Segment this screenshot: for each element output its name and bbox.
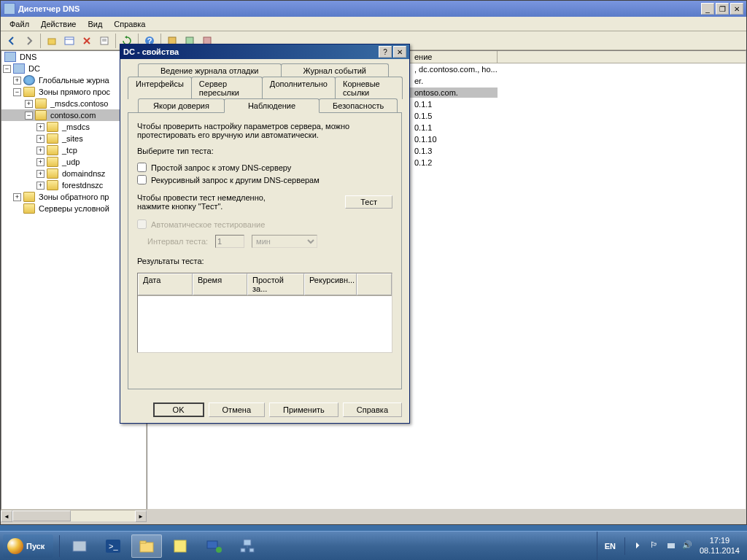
- expand-icon[interactable]: +: [13, 77, 21, 85]
- tree-scrollbar[interactable]: ◄ ►: [1, 510, 147, 521]
- menu-action[interactable]: Действие: [35, 18, 82, 30]
- tab-interfaces[interactable]: Интерфейсы: [128, 77, 192, 99]
- forward-button[interactable]: [21, 33, 37, 49]
- svg-text:>_: >_: [109, 542, 118, 551]
- description-text: Чтобы проверить настройку параметров сер…: [137, 122, 392, 139]
- expand-icon[interactable]: +: [36, 170, 44, 178]
- svg-rect-21: [241, 548, 245, 552]
- tab-root-hints[interactable]: Корневые ссылки: [335, 77, 403, 99]
- expand-icon[interactable]: +: [13, 193, 21, 201]
- time-text: 17:19: [700, 536, 740, 545]
- recursive-query-label: Рекурсивный запрос к другим DNS-серверам: [151, 176, 320, 184]
- tab-advanced[interactable]: Дополнительно: [262, 77, 336, 99]
- titlebar[interactable]: Диспетчер DNS _ ❐ ✕: [1, 1, 746, 17]
- task-explorer[interactable]: [131, 534, 162, 558]
- ok-button[interactable]: OK: [153, 402, 204, 417]
- dialog-close-button[interactable]: ✕: [393, 46, 406, 58]
- tab-monitoring[interactable]: Наблюдение: [224, 98, 320, 113]
- task-dns-manager[interactable]: [232, 534, 263, 558]
- scroll-thumb[interactable]: [12, 510, 71, 521]
- folder-icon: [47, 122, 58, 132]
- tray-network-icon[interactable]: [666, 540, 678, 552]
- task-network[interactable]: [198, 534, 229, 558]
- choose-test-label: Выберите тип теста:: [137, 147, 392, 155]
- tab-content: Чтобы проверить настройку параметров сер…: [128, 112, 402, 389]
- tray-flag-icon[interactable]: 🏳: [650, 540, 662, 552]
- folder-icon: [23, 192, 35, 202]
- minimize-button[interactable]: _: [701, 3, 714, 15]
- svg-rect-23: [667, 543, 675, 548]
- dialog-title: DC - свойства: [123, 47, 379, 56]
- delete-button[interactable]: [79, 33, 95, 49]
- expand-icon[interactable]: +: [36, 182, 44, 190]
- tab-trust-anchors[interactable]: Якори доверия: [138, 98, 225, 112]
- col-blank[interactable]: [357, 273, 392, 295]
- dns-icon: [4, 52, 16, 62]
- expand-icon[interactable]: +: [25, 100, 33, 108]
- properties-button[interactable]: [96, 33, 112, 49]
- svg-rect-19: [244, 540, 251, 545]
- svg-rect-16: [174, 540, 186, 552]
- tray-expand-icon[interactable]: ⏵: [634, 540, 646, 552]
- collapse-icon[interactable]: −: [25, 112, 33, 120]
- svg-rect-1: [65, 37, 74, 44]
- collapse-icon[interactable]: −: [3, 65, 11, 73]
- list-icon[interactable]: [61, 33, 77, 49]
- folder-icon: [47, 145, 58, 155]
- restore-button[interactable]: ❐: [716, 3, 729, 15]
- col-desc[interactable]: ение: [410, 51, 498, 63]
- close-button[interactable]: ✕: [730, 3, 743, 15]
- apply-button[interactable]: Применить: [269, 402, 338, 417]
- auto-test-label: Автоматическое тестирование: [151, 220, 265, 229]
- start-label: Пуск: [26, 542, 44, 551]
- task-notes[interactable]: [165, 534, 196, 558]
- menu-help[interactable]: Справка: [108, 18, 151, 30]
- start-button[interactable]: Пуск: [3, 534, 53, 558]
- up-button[interactable]: [44, 33, 60, 49]
- col-simple[interactable]: Простой за...: [247, 273, 304, 295]
- language-indicator[interactable]: EN: [605, 542, 616, 551]
- task-server-manager[interactable]: [64, 534, 95, 558]
- svg-rect-14: [140, 542, 153, 552]
- svg-rect-10: [204, 37, 211, 44]
- menu-view[interactable]: Вид: [82, 18, 108, 30]
- test-button[interactable]: Тест: [345, 195, 392, 209]
- menubar: Файл Действие Вид Справка: [1, 17, 746, 31]
- dialog-help-button[interactable]: ?: [379, 46, 392, 58]
- tab-forwarders[interactable]: Сервер пересылки: [191, 77, 263, 99]
- tab-event-log[interactable]: Журнал событий: [281, 63, 389, 77]
- help-button[interactable]: Справка: [343, 402, 402, 417]
- tab-debug-log[interactable]: Ведение журнала отладки: [138, 63, 282, 77]
- clock[interactable]: 17:19 08.11.2014: [700, 536, 740, 555]
- cancel-button[interactable]: Отмена: [209, 402, 265, 417]
- task-powershell[interactable]: >_: [98, 534, 128, 558]
- collapse-icon[interactable]: −: [13, 88, 21, 96]
- col-recursive[interactable]: Рекурсивн...: [304, 273, 357, 295]
- back-button[interactable]: [4, 33, 20, 49]
- scroll-right-icon[interactable]: ►: [135, 510, 147, 522]
- app-icon: [4, 3, 15, 15]
- scroll-left-icon[interactable]: ◄: [1, 510, 12, 522]
- expand-icon[interactable]: +: [36, 158, 44, 166]
- simple-query-checkbox[interactable]: [137, 163, 147, 172]
- tray-sound-icon[interactable]: 🔊: [682, 540, 694, 552]
- expand-icon[interactable]: +: [36, 123, 44, 131]
- recursive-query-checkbox[interactable]: [137, 175, 147, 184]
- col-date[interactable]: Дата: [138, 273, 193, 295]
- taskbar: Пуск >_ EN ⏵ 🏳 🔊 17:19 08.11.2014: [0, 531, 747, 560]
- system-tray: EN ⏵ 🏳 🔊 17:19 08.11.2014: [597, 532, 747, 560]
- expand-icon[interactable]: +: [36, 135, 44, 143]
- tab-security[interactable]: Безопасность: [319, 98, 398, 112]
- svg-rect-8: [169, 37, 176, 44]
- auto-test-checkbox: [137, 219, 147, 229]
- windows-orb-icon: [7, 538, 23, 554]
- menu-file[interactable]: Файл: [4, 18, 35, 30]
- col-time[interactable]: Время: [193, 273, 247, 295]
- folder-icon: [47, 133, 58, 144]
- expand-icon[interactable]: +: [36, 147, 44, 155]
- dialog-titlebar[interactable]: DC - свойства ? ✕: [120, 44, 409, 59]
- results-table[interactable]: Дата Время Простой за... Рекурсивн...: [137, 273, 392, 353]
- folder-icon: [23, 87, 35, 97]
- svg-rect-11: [73, 541, 86, 551]
- date-text: 08.11.2014: [700, 546, 740, 556]
